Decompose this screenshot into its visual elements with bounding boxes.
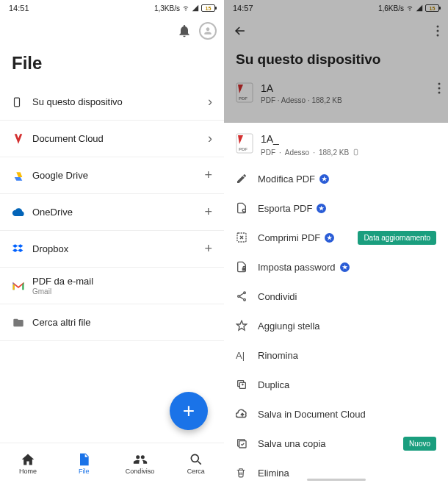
pdf-icon: PDF xyxy=(236,133,253,154)
source-document-cloud[interactable]: Document Cloud › xyxy=(0,121,224,157)
page-title: File xyxy=(0,46,224,84)
svg-point-18 xyxy=(244,298,246,301)
svg-point-4 xyxy=(437,35,439,37)
dropbox-icon xyxy=(12,243,32,255)
more-icon[interactable] xyxy=(438,82,441,94)
plus-icon: + xyxy=(204,241,212,257)
share-icon xyxy=(236,290,258,302)
battery-icon: 15 xyxy=(425,4,439,12)
source-onedrive[interactable]: OneDrive + xyxy=(0,194,224,231)
action-star[interactable]: Aggiungi stella xyxy=(224,311,448,340)
svg-point-3 xyxy=(437,30,439,32)
rename-icon: A| xyxy=(236,350,258,361)
status-bar: 14:51 1,3KB/s 15 xyxy=(0,0,224,16)
svg-text:PDF: PDF xyxy=(239,147,248,151)
gmail-icon xyxy=(12,281,32,291)
device-icon xyxy=(12,95,32,110)
svg-point-1 xyxy=(191,454,198,462)
plus-icon: + xyxy=(204,168,212,183)
topbar xyxy=(224,16,448,46)
source-browse[interactable]: Cerca altri file xyxy=(0,304,224,341)
action-compress-pdf[interactable]: Comprimi PDF★ Data aggiornamento xyxy=(224,223,448,252)
page-title: Su questo dispositivo xyxy=(224,46,448,78)
svg-point-16 xyxy=(244,292,246,294)
new-pill: Nuovo xyxy=(403,437,436,451)
nav-home[interactable]: Home xyxy=(0,443,56,483)
people-icon xyxy=(133,452,148,467)
svg-point-17 xyxy=(238,296,240,298)
premium-badge-icon: ★ xyxy=(319,174,329,184)
svg-rect-12 xyxy=(354,149,358,155)
export-file-icon xyxy=(236,201,258,215)
svg-point-8 xyxy=(438,87,441,90)
chevron-right-icon: › xyxy=(208,94,212,110)
folder-icon xyxy=(12,317,32,329)
status-right: 1,6KB/s 15 xyxy=(378,4,439,12)
file-row[interactable]: PDF 1A PDF · Adesso · 188,2 KB xyxy=(224,78,448,112)
wifi-icon xyxy=(182,4,189,12)
svg-rect-0 xyxy=(15,98,20,107)
plus-icon: + xyxy=(183,401,195,421)
row-label: PDF da e-mail xyxy=(32,276,212,287)
status-bar: 14:57 1,6KB/s 15 xyxy=(224,0,448,16)
duplicate-icon xyxy=(236,379,258,390)
action-save-copy[interactable]: Salva una copia Nuovo xyxy=(224,429,448,458)
device-icon xyxy=(353,148,359,157)
file-sources-screen: 14:51 1,3KB/s 15 File Su questo disposit… xyxy=(0,0,224,483)
svg-point-2 xyxy=(437,26,439,28)
svg-text:PDF: PDF xyxy=(239,96,248,101)
chevron-right-icon: › xyxy=(208,131,212,146)
file-name: 1A_ xyxy=(261,133,359,145)
pencil-icon xyxy=(236,173,258,185)
bottom-nav: Home File Condiviso Cerca xyxy=(0,443,224,483)
pdf-icon: PDF xyxy=(236,82,253,103)
google-drive-icon xyxy=(12,170,32,182)
trash-icon xyxy=(236,467,258,479)
back-icon[interactable] xyxy=(233,24,248,38)
signal-icon xyxy=(192,4,199,12)
action-set-password[interactable]: Imposta password★ xyxy=(224,252,448,282)
update-date-pill: Data aggiornamento xyxy=(358,231,436,245)
search-icon xyxy=(189,452,203,467)
source-dropbox[interactable]: Dropbox + xyxy=(0,231,224,268)
svg-point-9 xyxy=(438,92,441,94)
status-time: 14:57 xyxy=(233,4,253,12)
compress-icon xyxy=(236,232,258,243)
avatar-icon[interactable] xyxy=(199,22,217,40)
notifications-icon[interactable] xyxy=(177,24,192,38)
topbar xyxy=(0,16,224,46)
action-duplicate[interactable]: Duplica xyxy=(224,370,448,399)
source-device[interactable]: Su questo dispositivo › xyxy=(0,84,224,121)
premium-badge-icon: ★ xyxy=(325,233,334,243)
nav-search[interactable]: Cerca xyxy=(168,443,224,483)
action-export-pdf[interactable]: Esporta PDF★ xyxy=(224,193,448,223)
fab-add-button[interactable]: + xyxy=(170,392,208,430)
premium-badge-icon: ★ xyxy=(340,262,350,272)
cloud-upload-icon xyxy=(236,409,258,419)
source-google-drive[interactable]: Google Drive + xyxy=(0,157,224,194)
action-share[interactable]: Condividi xyxy=(224,282,448,311)
action-save-cloud[interactable]: Salva in Document Cloud xyxy=(224,399,448,429)
action-edit-pdf[interactable]: Modifica PDF★ xyxy=(224,164,448,193)
bottom-sheet: PDF 1A_ PDF · Adesso · 188,2 KB Modifica… xyxy=(224,123,448,483)
file-icon xyxy=(76,452,91,467)
wifi-icon xyxy=(406,4,413,12)
more-icon[interactable] xyxy=(436,25,439,37)
home-icon xyxy=(21,452,35,467)
signal-icon xyxy=(416,4,423,12)
lock-file-icon xyxy=(236,260,258,273)
source-gmail[interactable]: PDF da e-mail Gmail xyxy=(0,268,224,304)
nav-handle xyxy=(307,479,366,481)
row-sublabel: Gmail xyxy=(32,287,212,296)
adobe-cloud-icon xyxy=(12,132,32,146)
star-icon xyxy=(236,320,258,332)
action-rename[interactable]: A| Rinomina xyxy=(224,340,448,370)
status-time: 14:51 xyxy=(9,4,29,12)
svg-point-7 xyxy=(438,83,441,85)
source-list: Su questo dispositivo › Document Cloud ›… xyxy=(0,84,224,341)
premium-badge-icon: ★ xyxy=(317,204,326,213)
nav-shared[interactable]: Condiviso xyxy=(112,443,168,483)
nav-file[interactable]: File xyxy=(56,443,112,483)
svg-rect-15 xyxy=(242,268,246,271)
plus-icon: + xyxy=(204,204,212,220)
